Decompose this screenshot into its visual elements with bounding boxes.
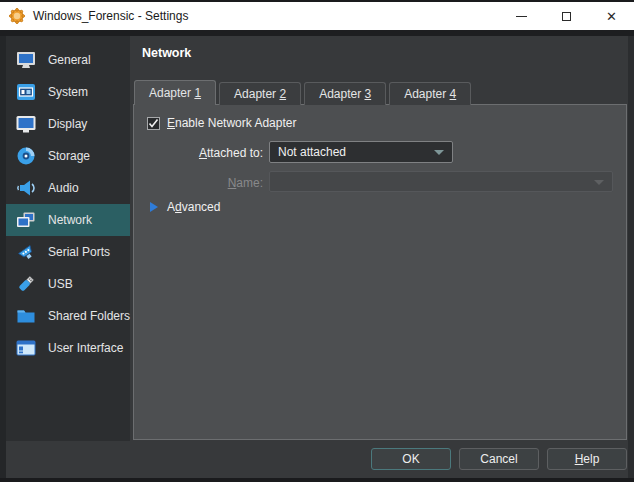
sidebar-item-shared-folders[interactable]: Shared Folders [6, 300, 130, 332]
sidebar-item-display[interactable]: Display [6, 108, 130, 140]
minimize-icon [516, 16, 527, 17]
tab-adapter-2[interactable]: Adapter 2 [219, 82, 301, 105]
help-button[interactable]: Help [547, 448, 627, 470]
general-monitor-icon [14, 48, 38, 72]
usb-stick-icon [14, 272, 38, 296]
attached-to-value: Not attached [278, 145, 346, 159]
sidebar-item-general[interactable]: General [6, 44, 130, 76]
maximize-icon [562, 12, 571, 21]
sidebar-item-network[interactable]: Network [6, 204, 130, 236]
expander-arrow-icon [150, 202, 158, 212]
sidebar-item-label: Storage [48, 149, 90, 163]
window-controls: ✕ [499, 2, 634, 30]
settings-window: Windows_Forensic - Settings ✕ General Sy… [0, 0, 634, 482]
close-icon: ✕ [606, 10, 617, 23]
sidebar-item-label: Shared Folders [48, 309, 130, 323]
advanced-label: Advanced [167, 200, 220, 214]
system-chipset-icon [14, 80, 38, 104]
audio-speaker-icon [14, 176, 38, 200]
tab-adapter-4[interactable]: Adapter 4 [389, 82, 471, 105]
sidebar-item-label: Network [48, 213, 92, 227]
ok-button[interactable]: OK [371, 448, 451, 470]
tab-adapter-1[interactable]: Adapter 1 [134, 80, 216, 105]
sidebar-item-label: Serial Ports [48, 245, 110, 259]
sidebar-item-label: USB [48, 277, 73, 291]
checkbox-checked-icon [147, 117, 160, 130]
name-dropdown-disabled [269, 171, 613, 192]
maximize-button[interactable] [544, 2, 589, 30]
name-label: Name: [134, 176, 263, 190]
adapter-tabbar: Adapter 1 Adapter 2 Adapter 3 Adapter 4 [134, 80, 471, 105]
sidebar-item-label: General [48, 53, 91, 67]
frame-bottom [0, 478, 634, 482]
attached-to-dropdown[interactable]: Not attached [269, 141, 453, 163]
shared-folder-icon [14, 304, 38, 328]
window-title: Windows_Forensic - Settings [33, 9, 499, 23]
virtualbox-settings-gear-icon [9, 8, 25, 24]
titlebar: Windows_Forensic - Settings ✕ [0, 0, 634, 30]
minimize-button[interactable] [499, 2, 544, 30]
sidebar-item-label: System [48, 85, 88, 99]
settings-sidebar: General System Display Storage Audio [6, 36, 130, 441]
enable-network-adapter-checkbox[interactable]: Enable Network Adapter [147, 116, 296, 130]
sidebar-item-label: Display [48, 117, 87, 131]
sidebar-item-label: Audio [48, 181, 79, 195]
storage-disk-icon [14, 144, 38, 168]
page-title: Network [142, 46, 191, 60]
user-interface-icon [14, 336, 38, 360]
sidebar-item-usb[interactable]: USB [6, 268, 130, 300]
network-adapters-icon [14, 208, 38, 232]
sidebar-item-label: User Interface [48, 341, 123, 355]
enable-network-adapter-label: Enable Network Adapter [167, 116, 296, 130]
close-button[interactable]: ✕ [589, 2, 634, 30]
tab-adapter-3[interactable]: Adapter 3 [304, 82, 386, 105]
attached-to-label: Attached to: [134, 146, 263, 160]
sidebar-item-user-interface[interactable]: User Interface [6, 332, 130, 364]
serial-port-icon [14, 240, 38, 264]
sidebar-item-serial-ports[interactable]: Serial Ports [6, 236, 130, 268]
chevron-down-icon [434, 150, 444, 155]
adapter-panel: Enable Network Adapter Attached to: Not … [133, 104, 627, 440]
cancel-button[interactable]: Cancel [459, 448, 539, 470]
frame-right [628, 36, 634, 482]
chevron-down-icon [594, 180, 604, 185]
sidebar-item-storage[interactable]: Storage [6, 140, 130, 172]
sidebar-item-audio[interactable]: Audio [6, 172, 130, 204]
advanced-expander[interactable]: Advanced [150, 200, 220, 214]
display-monitor-icon [14, 112, 38, 136]
sidebar-item-system[interactable]: System [6, 76, 130, 108]
